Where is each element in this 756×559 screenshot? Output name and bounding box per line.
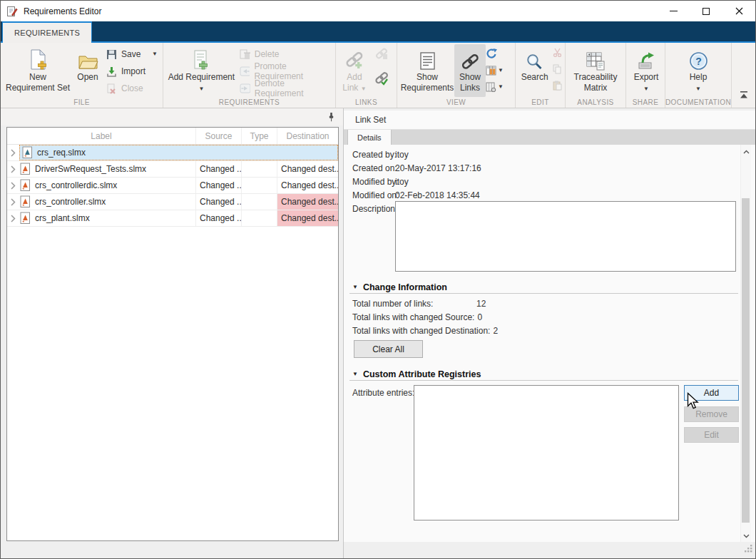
column-header-destination[interactable]: Destination	[277, 128, 338, 144]
scroll-down-icon[interactable]	[741, 530, 751, 540]
collapse-section-icon[interactable]: ▼	[352, 371, 358, 377]
collapse-ribbon-button[interactable]	[739, 89, 749, 102]
tab-requirements[interactable]: REQUIREMENTS	[2, 21, 92, 43]
copy-button	[553, 61, 562, 77]
row-type-cell	[242, 210, 277, 226]
svg-text:?: ?	[695, 56, 702, 67]
table-row[interactable]: crs_req.slmx	[7, 145, 338, 161]
columns-view-button[interactable]: ▼	[486, 62, 513, 78]
chevron-down-icon[interactable]: ▼	[152, 51, 158, 58]
chevron-down-icon: ▼	[361, 86, 367, 92]
table-row[interactable]: crs_controller.slmx Changed ... Changed …	[7, 194, 338, 210]
chain-icon	[460, 46, 480, 72]
requirements-editor-window: Requirements Editor REQUIREMENTS New Req…	[0, 0, 756, 559]
attribute-entries-label: Attribute entries:	[352, 388, 414, 398]
save-button[interactable]: Save ▼	[103, 46, 160, 63]
traceability-matrix-button[interactable]: Traceability Matrix	[568, 44, 623, 97]
minimize-button[interactable]	[657, 1, 690, 21]
delete-link-button	[374, 46, 389, 62]
details-content: Created by: itoy Created on: 20-May-2017…	[344, 145, 755, 542]
open-button[interactable]: Open	[72, 44, 103, 97]
expand-chevron-icon[interactable]	[7, 182, 19, 190]
maximize-icon	[703, 8, 710, 15]
scrollbar-thumb[interactable]	[742, 198, 750, 523]
chevron-down-icon[interactable]: ▼	[198, 86, 204, 92]
row-label: crs_req.slmx	[37, 148, 86, 158]
delete-button: Delete	[237, 46, 334, 63]
row-source-cell: Changed ...	[196, 178, 242, 193]
search-button[interactable]: Search	[519, 44, 551, 97]
resize-grip[interactable]	[744, 543, 753, 556]
download-arrow-icon	[106, 66, 117, 77]
collapse-section-icon[interactable]: ▼	[352, 284, 358, 290]
expand-chevron-icon[interactable]	[7, 165, 19, 173]
link-set-file-icon	[20, 163, 31, 175]
link-set-file-icon	[20, 212, 31, 225]
row-label: DriverSwRequest_Tests.slmx	[35, 164, 146, 174]
table-row[interactable]: crs_controllerdic.slmx Changed ... Chang…	[7, 178, 338, 194]
add-requirement-button[interactable]: Add Requirement ▼	[166, 44, 237, 97]
ribbon-group-requirements: Add Requirement ▼ Delete Promote Require…	[163, 43, 336, 108]
table-row[interactable]: DriverSwRequest_Tests.slmx Changed ... C…	[7, 161, 338, 178]
scissors-icon	[553, 48, 562, 57]
close-file-button: Close	[103, 80, 160, 97]
row-type-cell	[242, 178, 277, 193]
created-on-label: Created on:	[352, 163, 397, 173]
maximize-button[interactable]	[690, 1, 722, 21]
expand-chevron-icon[interactable]	[7, 149, 19, 157]
export-arrow-icon	[637, 46, 656, 72]
group-label-links: LINKS	[336, 98, 397, 106]
scroll-up-icon[interactable]	[741, 146, 751, 156]
modified-on-label: Modified on:	[352, 190, 399, 200]
selected-row-highlight[interactable]: crs_req.slmx	[19, 145, 338, 160]
close-file-label: Close	[121, 83, 143, 93]
arrow-right-box-icon	[240, 83, 250, 93]
details-pane: Link Set Details Created by: itoy Create…	[344, 108, 755, 558]
table-row[interactable]: crs_plant.slmx Changed ... Changed dest.…	[7, 210, 338, 227]
group-label-file: FILE	[1, 98, 163, 106]
link-settings-button[interactable]	[374, 71, 389, 87]
ribbon-group-file: New Requirement Set Open Save ▼ Import	[1, 43, 163, 108]
pin-icon[interactable]	[328, 112, 334, 125]
export-button[interactable]: Export▼	[629, 44, 663, 97]
chevron-down-icon[interactable]: ▼	[695, 86, 701, 92]
column-options-button[interactable]: ▼	[486, 78, 513, 95]
new-requirement-set-button[interactable]: New Requirement Set	[4, 44, 72, 97]
row-label: crs_controllerdic.slmx	[35, 180, 117, 190]
refresh-button[interactable]	[486, 46, 513, 62]
group-label-requirements: REQUIREMENTS	[163, 98, 335, 106]
section-custom-attribute-registries[interactable]: ▼ Custom Attribute Registries	[349, 368, 738, 381]
import-button[interactable]: Import	[103, 63, 160, 80]
column-header-label[interactable]: Label	[7, 128, 196, 144]
show-links-button[interactable]: Show Links	[454, 44, 486, 97]
ribbon-group-view: Show Requirements Show Links ▼ ▼	[397, 43, 516, 108]
section-change-information[interactable]: ▼ Change Information	[349, 281, 738, 294]
matrix-grid-icon	[586, 46, 606, 72]
clear-all-button[interactable]: Clear All	[354, 340, 423, 358]
column-header-source[interactable]: Source	[196, 128, 242, 144]
expand-chevron-icon[interactable]	[7, 198, 19, 206]
link-set-file-icon	[20, 179, 31, 192]
description-textarea[interactable]	[395, 201, 736, 272]
row-destination-cell: Changed dest...	[277, 178, 338, 193]
link-set-file-icon	[22, 146, 33, 159]
description-label: Description:	[352, 204, 397, 214]
link-set-table: Label Source Type Destination crs_req.sl…	[6, 127, 339, 541]
refresh-arrow-icon	[486, 48, 498, 60]
details-scrollbar[interactable]	[740, 145, 751, 542]
help-button[interactable]: ? Help▼	[668, 44, 728, 97]
details-pane-title: Link Set	[344, 111, 755, 130]
show-requirements-button[interactable]: Show Requirements	[400, 44, 454, 97]
save-label: Save	[121, 49, 141, 59]
question-circle-icon: ?	[689, 46, 708, 72]
open-label: Open	[77, 72, 98, 83]
chevron-down-icon[interactable]: ▼	[643, 86, 649, 92]
attribute-entries-listbox[interactable]	[414, 385, 679, 520]
paste-button	[553, 77, 562, 93]
close-button[interactable]	[722, 1, 755, 21]
document-x-icon	[106, 83, 117, 94]
tab-details[interactable]: Details	[347, 130, 392, 145]
expand-chevron-icon[interactable]	[7, 215, 19, 222]
chevron-down-icon: ▼	[498, 83, 504, 91]
column-header-type[interactable]: Type	[242, 128, 277, 144]
